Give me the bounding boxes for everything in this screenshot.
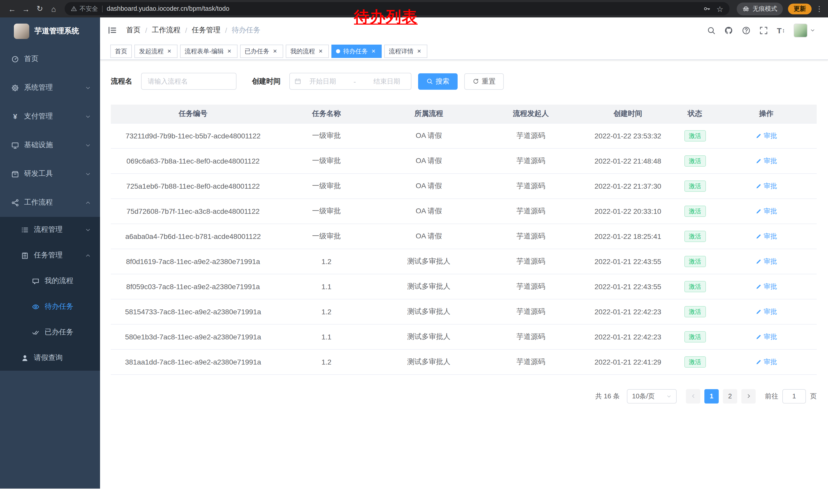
- table-row: a6aba0a4-7b6d-11ec-b781-acde48001122 一级审…: [111, 224, 817, 249]
- sidebar-item-home[interactable]: 首页: [0, 45, 100, 73]
- close-icon[interactable]: ×: [272, 48, 279, 55]
- bookmark-star-icon[interactable]: ☆: [716, 5, 723, 12]
- search-icon[interactable]: [707, 26, 716, 35]
- cell-process: OA 请假: [378, 198, 480, 224]
- key-icon[interactable]: [703, 5, 710, 12]
- cell-process: 测试多审批人: [378, 324, 480, 349]
- font-size-icon[interactable]: T↕: [777, 26, 785, 35]
- breadcrumb-task-mgmt[interactable]: 任务管理: [192, 26, 220, 35]
- create-time-range-picker[interactable]: -: [289, 73, 411, 90]
- reset-button[interactable]: 重置: [464, 73, 504, 89]
- back-icon[interactable]: ←: [5, 2, 19, 16]
- sidebar-item-done-task[interactable]: 已办任务: [0, 319, 100, 345]
- sidebar-item-leave-query[interactable]: 请假查询: [0, 345, 100, 371]
- sidebar-item-system-mgmt[interactable]: 系统管理: [0, 73, 100, 102]
- question-icon[interactable]: [742, 26, 751, 35]
- cell-task-name: 1.1: [275, 274, 378, 299]
- goto-page-input[interactable]: [782, 389, 806, 403]
- reload-icon[interactable]: ↻: [33, 2, 47, 16]
- sidebar-item-devtools[interactable]: 研发工具: [0, 159, 100, 188]
- cell-process: 测试多审批人: [378, 274, 480, 299]
- active-tab-dot: [336, 49, 340, 53]
- approve-button[interactable]: 审批: [755, 131, 777, 140]
- main-area: 首页 / 工作流程 / 任务管理 / 待办任务 T↕: [100, 17, 828, 489]
- approve-button[interactable]: 审批: [755, 282, 777, 291]
- breadcrumb-workflow[interactable]: 工作流程: [152, 26, 180, 35]
- tab-done-task[interactable]: 已办任务×: [240, 45, 283, 58]
- sidebar-item-process-mgmt[interactable]: 流程管理: [0, 217, 100, 242]
- browser-menu-icon[interactable]: ⋮: [816, 5, 823, 13]
- avatar[interactable]: [794, 23, 808, 37]
- cell-status: 激活: [674, 249, 716, 274]
- chevron-up-icon: [85, 253, 91, 258]
- close-icon[interactable]: ×: [370, 48, 377, 55]
- security-status[interactable]: 不安全: [71, 4, 98, 13]
- cell-task-name: 一级审批: [275, 123, 378, 148]
- cell-status: 激活: [674, 198, 716, 224]
- app-logo[interactable]: 芋道管理系统: [0, 17, 100, 45]
- search-icon: [426, 78, 433, 85]
- tab-process-detail[interactable]: 流程详情×: [384, 45, 427, 58]
- close-icon[interactable]: ×: [317, 48, 324, 55]
- cell-process: OA 请假: [378, 148, 480, 173]
- approve-button[interactable]: 审批: [755, 181, 777, 190]
- sidebar-item-workflow[interactable]: 工作流程: [0, 188, 100, 217]
- sidebar-collapse-button[interactable]: [108, 26, 117, 35]
- approve-button[interactable]: 审批: [755, 357, 777, 366]
- process-name-label: 流程名: [111, 77, 132, 86]
- sidebar-item-task-mgmt[interactable]: 任务管理: [0, 242, 100, 268]
- edit-pen-icon: [755, 359, 761, 365]
- table-row: 58154733-7ac8-11ec-a9e2-a2380e71991a 1.2…: [111, 299, 817, 324]
- page-1-button[interactable]: 1: [704, 389, 719, 403]
- cell-create-time: 2022-01-22 23:53:32: [582, 123, 674, 148]
- breadcrumb-home[interactable]: 首页: [126, 26, 140, 35]
- status-badge: 激活: [684, 256, 706, 267]
- cell-status: 激活: [674, 274, 716, 299]
- browser-update-button[interactable]: 更新: [788, 3, 812, 14]
- sidebar-item-payment-mgmt[interactable]: ¥ 支付管理: [0, 102, 100, 131]
- screenshot-root: ← → ↻ ⌂ 不安全 dashboard.yudao.iocoder.cn/b…: [0, 0, 828, 504]
- approve-button[interactable]: 审批: [755, 207, 777, 216]
- chevron-down-icon: [85, 85, 91, 91]
- approve-button[interactable]: 审批: [755, 332, 777, 341]
- end-date-input[interactable]: [367, 78, 406, 85]
- home-icon[interactable]: ⌂: [47, 2, 60, 16]
- close-icon[interactable]: ×: [416, 48, 423, 55]
- search-button[interactable]: 搜索: [418, 73, 458, 89]
- page-2-button[interactable]: 2: [723, 389, 737, 403]
- goto-label: 前往: [765, 392, 778, 401]
- approve-button[interactable]: 审批: [755, 231, 777, 241]
- cell-actions: 审批: [716, 299, 817, 324]
- approve-button[interactable]: 审批: [755, 307, 777, 316]
- sidebar-item-todo-task[interactable]: 待办任务: [0, 294, 100, 319]
- cell-process: OA 请假: [378, 173, 480, 198]
- tab-todo-task[interactable]: 待办任务×: [331, 45, 382, 58]
- tab-start-process[interactable]: 发起流程×: [134, 45, 177, 58]
- next-page-button[interactable]: [741, 389, 756, 403]
- tab-form-edit[interactable]: 流程表单-编辑×: [180, 45, 238, 58]
- monitor-icon: [11, 141, 19, 149]
- sidebar-item-infrastructure[interactable]: 基础设施: [0, 131, 100, 159]
- process-name-input[interactable]: [141, 73, 237, 90]
- forward-icon[interactable]: →: [19, 2, 33, 16]
- user-menu[interactable]: [794, 23, 815, 37]
- chevron-up-icon: [85, 200, 91, 205]
- page-size-select[interactable]: 10条/页: [627, 389, 677, 403]
- goto-suffix: 页: [810, 392, 817, 401]
- tab-my-process[interactable]: 我的流程×: [286, 45, 329, 58]
- fullscreen-icon[interactable]: [759, 26, 768, 35]
- prev-page-button[interactable]: [686, 389, 700, 403]
- table-row: 73211d9d-7b9b-11ec-b5b7-acde48001122 一级审…: [111, 123, 817, 148]
- close-icon[interactable]: ×: [226, 48, 233, 55]
- approve-button[interactable]: 审批: [755, 257, 777, 266]
- sidebar-item-my-process[interactable]: 我的流程: [0, 268, 100, 294]
- cell-actions: 审批: [716, 274, 817, 299]
- approve-button[interactable]: 审批: [755, 156, 777, 165]
- table-header-row: 任务编号 任务名称 所属流程 流程发起人 创建时间 状态 操作: [111, 104, 817, 123]
- close-icon[interactable]: ×: [166, 48, 173, 55]
- start-date-input[interactable]: [303, 78, 342, 85]
- github-icon[interactable]: [724, 26, 733, 35]
- tab-home[interactable]: 首页: [110, 45, 132, 58]
- cell-status: 激活: [674, 324, 716, 349]
- cell-task-id: 8f059c03-7ac8-11ec-a9e2-a2380e71991a: [111, 274, 275, 299]
